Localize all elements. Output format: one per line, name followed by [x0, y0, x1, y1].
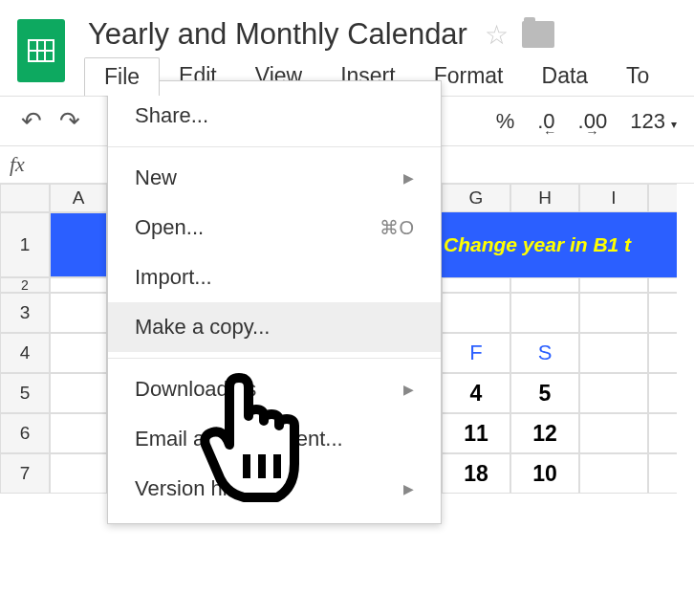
cell[interactable] [510, 293, 579, 333]
fx-label: fx [10, 152, 25, 177]
col-header-j[interactable] [648, 184, 677, 212]
cell[interactable] [50, 453, 107, 494]
cell[interactable] [579, 413, 648, 453]
doc-title[interactable]: Yearly and Monthly Calendar [88, 17, 467, 52]
menu-download-as[interactable]: Download as▶ [108, 364, 441, 414]
menu-tools[interactable]: To [607, 57, 668, 96]
menu-email-attachment[interactable]: Email as attachment... [108, 414, 441, 464]
cell[interactable] [50, 373, 107, 413]
row-header-5[interactable]: 5 [0, 373, 50, 413]
cell[interactable] [579, 293, 648, 333]
cell[interactable] [50, 333, 107, 373]
cell[interactable] [648, 413, 677, 453]
cell[interactable] [510, 277, 579, 293]
cal-cell[interactable]: 4 [442, 373, 510, 413]
col-header-h[interactable]: H [510, 184, 579, 212]
row-header-1[interactable]: 1 [0, 212, 50, 277]
number-format[interactable]: 123 ▾ [630, 109, 677, 134]
cal-cell[interactable]: 12 [510, 413, 579, 453]
cell[interactable] [442, 293, 510, 333]
day-header-s[interactable]: S [510, 333, 579, 373]
row-header-3[interactable]: 3 [0, 293, 50, 333]
row-header-2[interactable]: 2 [0, 277, 50, 293]
col-header-g[interactable]: G [442, 184, 510, 212]
cell[interactable] [579, 373, 648, 413]
chevron-right-icon: ▶ [403, 170, 414, 186]
cell[interactable] [648, 373, 677, 413]
cell[interactable] [50, 293, 107, 333]
cal-cell[interactable]: 11 [442, 413, 510, 453]
menu-share[interactable]: Share... [108, 91, 441, 141]
menu-data[interactable]: Data [523, 57, 608, 96]
cell[interactable] [50, 413, 107, 453]
cell[interactable] [579, 453, 648, 494]
cell[interactable] [579, 277, 648, 293]
cal-cell[interactable]: 18 [442, 453, 510, 494]
chevron-right-icon: ▶ [403, 382, 414, 397]
cell[interactable] [648, 333, 677, 373]
day-header-f[interactable]: F [442, 333, 510, 373]
col-header-a[interactable]: A [50, 184, 107, 212]
cal-cell[interactable]: 5 [510, 373, 579, 413]
chevron-right-icon: ▶ [403, 481, 414, 496]
cell[interactable] [648, 293, 677, 333]
percent-format[interactable]: % [496, 109, 515, 134]
banner-cell[interactable]: Change year in B1 t [442, 212, 677, 277]
redo-icon[interactable]: ↷ [59, 106, 80, 136]
cal-cell[interactable]: 10 [510, 453, 579, 494]
row-header-6[interactable]: 6 [0, 413, 50, 453]
menu-import[interactable]: Import... [108, 253, 441, 302]
menu-separator [108, 358, 441, 359]
menu-new[interactable]: New▶ [108, 153, 441, 203]
folder-icon[interactable] [522, 21, 554, 48]
menu-file[interactable]: File [84, 57, 160, 96]
shortcut-label: ⌘O [380, 216, 414, 239]
cell[interactable] [579, 333, 648, 373]
file-dropdown: Share... New▶ Open...⌘O Import... Make a… [107, 80, 442, 524]
menu-version-history[interactable]: Version history▶ [108, 464, 441, 514]
decrease-decimal[interactable]: .0← [537, 109, 554, 134]
select-all-corner[interactable] [0, 184, 50, 212]
row-header-7[interactable]: 7 [0, 453, 50, 494]
col-header-i[interactable]: I [579, 184, 648, 212]
cell[interactable] [50, 277, 107, 293]
star-icon[interactable]: ☆ [485, 19, 509, 51]
undo-icon[interactable]: ↶ [21, 106, 42, 136]
cell[interactable] [50, 212, 107, 277]
menu-open[interactable]: Open...⌘O [108, 203, 441, 253]
cell[interactable] [648, 277, 677, 293]
menu-separator [108, 146, 441, 147]
sheets-logo [17, 19, 65, 82]
increase-decimal[interactable]: .00→ [578, 109, 608, 134]
cell[interactable] [648, 453, 677, 494]
row-header-4[interactable]: 4 [0, 333, 50, 373]
menu-make-copy[interactable]: Make a copy... [108, 302, 441, 352]
cell[interactable] [442, 277, 510, 293]
